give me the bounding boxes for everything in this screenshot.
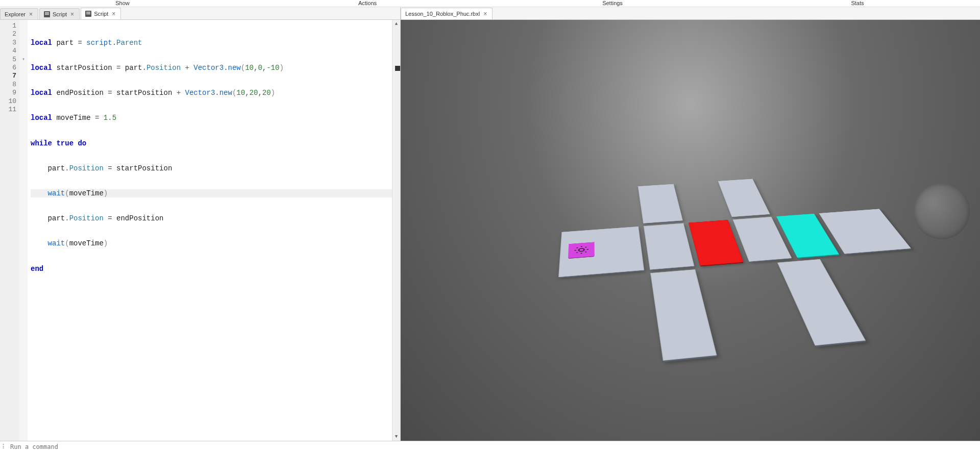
code-content[interactable]: local part = script.Parent local startPo… <box>28 20 392 441</box>
menu-stats[interactable]: Stats <box>735 0 980 7</box>
close-icon[interactable]: × <box>69 11 75 18</box>
main-area: Explorer × Script × Script × 1 2 3 4 5 6 <box>0 7 980 441</box>
scroll-marker <box>395 66 400 71</box>
close-icon[interactable]: × <box>28 11 34 18</box>
tile-base[interactable] <box>558 226 644 277</box>
tab-script-1[interactable]: Script × <box>39 8 80 19</box>
close-icon[interactable]: × <box>111 10 116 17</box>
menu-actions[interactable]: Actions <box>245 0 490 7</box>
menu-settings[interactable]: Settings <box>490 0 735 7</box>
tab-game-file[interactable]: Lesson_10_Roblox_Phuc.rbxl × <box>401 8 493 19</box>
tile[interactable] <box>650 269 717 360</box>
vertical-scrollbar[interactable]: ▲ ▼ <box>392 20 400 441</box>
tab-label: Script <box>94 11 108 17</box>
spawn-pad[interactable] <box>568 242 594 258</box>
code-editor[interactable]: 1 2 3 4 5 6 7 8 9 10 11 ▾ local part = s… <box>0 20 400 441</box>
command-bar: ⠇ <box>0 441 980 452</box>
game-viewport[interactable] <box>401 20 980 441</box>
menu-show[interactable]: Show <box>0 0 245 7</box>
fold-marker-icon[interactable]: ▾ <box>19 56 28 64</box>
tab-script-2[interactable]: Script × <box>81 8 121 19</box>
command-input[interactable] <box>10 443 978 450</box>
script-panel: Explorer × Script × Script × 1 2 3 4 5 6 <box>0 7 401 441</box>
tab-label: Explorer <box>5 11 26 17</box>
tab-label: Script <box>53 11 67 17</box>
sun-icon <box>572 244 591 255</box>
tab-label: Lesson_10_Roblox_Phuc.rbxl <box>405 11 480 17</box>
tile[interactable] <box>718 179 770 217</box>
script-icon <box>85 11 91 17</box>
command-prompt-icon: ⠇ <box>2 443 7 450</box>
script-tab-bar: Explorer × Script × Script × <box>0 7 400 20</box>
scroll-down-icon[interactable]: ▼ <box>393 433 400 441</box>
line-number-gutter: 1 2 3 4 5 6 7 8 9 10 11 <box>0 20 19 441</box>
menu-bar: Show Actions Settings Stats <box>0 0 980 7</box>
viewport-panel: Lesson_10_Roblox_Phuc.rbxl × <box>401 7 980 441</box>
tile[interactable] <box>777 259 865 345</box>
close-icon[interactable]: × <box>482 10 488 17</box>
tile[interactable] <box>638 184 682 223</box>
tile[interactable] <box>643 223 694 269</box>
script-icon <box>44 11 50 17</box>
fold-gutter: ▾ <box>19 20 28 441</box>
svg-point-0 <box>578 248 584 252</box>
tab-explorer[interactable]: Explorer × <box>0 8 38 19</box>
view-compass-icon[interactable] <box>914 183 970 239</box>
viewport-tab-bar: Lesson_10_Roblox_Phuc.rbxl × <box>401 7 980 20</box>
scroll-up-icon[interactable]: ▲ <box>393 20 400 28</box>
